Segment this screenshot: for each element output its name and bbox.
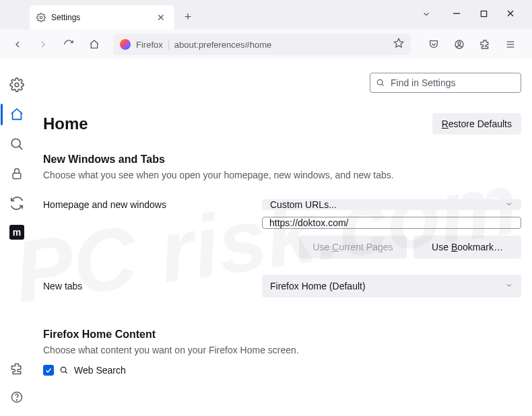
svg-point-11 xyxy=(15,83,19,87)
section-new-windows-desc: Choose what you see when you open your h… xyxy=(43,170,521,180)
restore-defaults-button[interactable]: Restore Defaults xyxy=(432,113,521,135)
url-bar[interactable]: Firefox about:preferences#home xyxy=(113,34,411,55)
newtabs-label: New tabs xyxy=(43,281,262,291)
tab-title: Settings xyxy=(51,13,80,22)
maximize-button[interactable] xyxy=(474,4,493,23)
url-text: about:preferences#home xyxy=(174,40,388,50)
newtabs-select[interactable]: Firefox Home (Default) xyxy=(262,275,521,298)
forward-button[interactable] xyxy=(32,34,54,55)
section-home-content-desc: Choose what content you want on your Fir… xyxy=(43,345,521,355)
back-button[interactable] xyxy=(7,34,28,55)
sidebar-sync[interactable] xyxy=(9,195,25,211)
websearch-checkbox[interactable] xyxy=(43,365,54,376)
find-placeholder: Find in Settings xyxy=(391,77,456,88)
close-window-button[interactable] xyxy=(501,4,520,23)
svg-rect-14 xyxy=(13,173,21,178)
content-area: PC risk.com m Find in Settings Home Rest… xyxy=(0,59,532,416)
navigation-toolbar: Firefox about:preferences#home xyxy=(0,30,532,59)
account-button[interactable] xyxy=(448,34,470,55)
extensions-button[interactable] xyxy=(474,34,496,55)
svg-point-7 xyxy=(458,42,461,44)
sidebar-search[interactable] xyxy=(9,136,25,152)
identity-label: Firefox xyxy=(136,40,169,50)
sidebar-privacy[interactable] xyxy=(9,166,25,182)
page-title: Home xyxy=(43,114,432,133)
titlebar: Settings ✕ + xyxy=(0,0,532,30)
app-menu-button[interactable] xyxy=(500,34,521,55)
settings-main: Find in Settings Home Restore Defaults N… xyxy=(34,59,532,416)
tab-close-button[interactable]: ✕ xyxy=(154,11,168,24)
bookmark-star-icon[interactable] xyxy=(393,38,404,51)
sidebar-more-mozilla[interactable]: m xyxy=(9,225,24,240)
svg-point-0 xyxy=(40,16,42,19)
firefox-logo-icon xyxy=(120,39,131,50)
homepage-label: Homepage and new windows xyxy=(43,199,262,210)
gear-icon xyxy=(36,13,46,22)
pocket-button[interactable] xyxy=(423,34,444,55)
svg-marker-5 xyxy=(394,38,403,47)
search-icon xyxy=(376,78,385,88)
use-current-pages-button[interactable]: Use Current Pages xyxy=(299,236,407,258)
section-new-windows-title: New Windows and Tabs xyxy=(43,153,521,166)
window-controls xyxy=(435,0,532,27)
chevron-down-icon xyxy=(505,199,513,210)
search-icon xyxy=(59,366,69,375)
svg-line-20 xyxy=(65,372,67,374)
svg-line-18 xyxy=(382,84,384,86)
sidebar-home[interactable] xyxy=(9,106,25,123)
newtabs-select-value: Firefox Home (Default) xyxy=(270,281,366,291)
homepage-url-input[interactable] xyxy=(262,217,521,229)
browser-tab[interactable]: Settings ✕ xyxy=(30,5,174,30)
svg-point-12 xyxy=(11,139,20,147)
reload-button[interactable] xyxy=(58,34,79,55)
home-button[interactable] xyxy=(84,34,105,55)
find-in-settings-input[interactable]: Find in Settings xyxy=(370,73,521,93)
homepage-select-value: Custom URLs... xyxy=(270,199,337,210)
minimize-button[interactable] xyxy=(447,4,466,23)
svg-line-13 xyxy=(19,146,22,149)
sidebar-general[interactable] xyxy=(9,77,25,93)
sidebar-help[interactable] xyxy=(9,389,25,405)
websearch-label: Web Search xyxy=(74,365,126,376)
homepage-select[interactable]: Custom URLs... xyxy=(262,199,521,210)
svg-point-16 xyxy=(17,400,18,401)
svg-rect-2 xyxy=(481,11,486,16)
new-tab-button[interactable]: + xyxy=(178,7,197,26)
sidebar-extensions[interactable] xyxy=(9,361,25,377)
restore-label-rest: estore Defaults xyxy=(448,118,512,129)
chevron-down-icon xyxy=(505,281,513,291)
section-home-content-title: Firefox Home Content xyxy=(43,328,521,341)
use-bookmark-button[interactable]: Use Bookmark… xyxy=(413,236,521,258)
tabs-dropdown-button[interactable] xyxy=(422,9,431,22)
